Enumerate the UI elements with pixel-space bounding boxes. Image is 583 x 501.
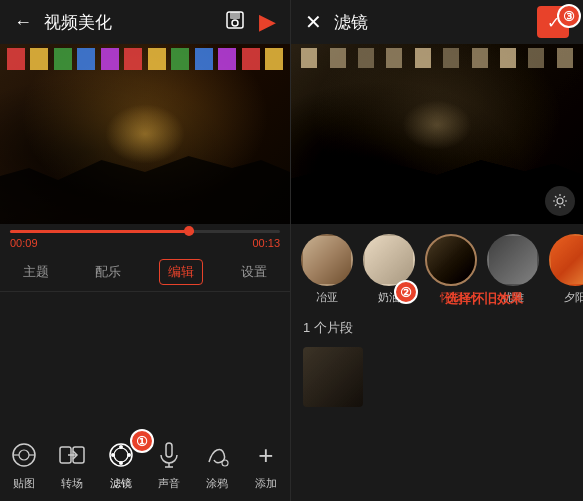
filter-youmo[interactable]: 优雅 [487,234,539,305]
tool-add[interactable]: + 添加 [248,437,284,491]
tool-filter-label: 滤镜 [110,476,132,491]
filter-zhiya-label: 冶亚 [316,290,338,305]
time-current: 00:09 [10,237,38,249]
svg-point-20 [557,198,563,204]
filter-settings-button[interactable] [545,186,575,216]
tool-sticker[interactable]: 贴图 [6,437,42,491]
filter-naiyo-label: 奶油 [378,290,400,305]
filter-xiyang[interactable]: 夕阳 [549,234,583,305]
filter-naiyo[interactable]: 奶油 [363,234,415,305]
tab-music[interactable]: 配乐 [87,259,129,285]
tool-filter[interactable]: 滤镜 [103,437,139,491]
svg-point-19 [222,460,228,466]
segment-thumb-item[interactable] [303,347,363,407]
right-header: ✕ 滤镜 ✓ [291,0,583,44]
svg-point-15 [127,453,131,457]
tool-audio-label: 声音 [158,476,180,491]
tool-transition[interactable]: 转场 [54,437,90,491]
svg-point-13 [119,461,123,465]
tool-doodle-label: 涂鸦 [206,476,228,491]
segment-thumbnails [291,341,583,413]
filter-huaijiu-label: 怀旧 [440,290,462,305]
timeline-bar[interactable]: 00:09 00:13 [0,224,290,253]
filter-huaijiu[interactable]: 怀旧 [425,234,477,305]
save-icon[interactable] [225,10,245,35]
filter-youmo-label: 优雅 [502,290,524,305]
play-button[interactable]: ▶ [259,9,276,35]
tool-sticker-label: 贴图 [13,476,35,491]
back-button[interactable]: ← [14,12,32,33]
bottom-toolbar: 贴图 转场 [0,427,290,501]
tool-doodle[interactable]: 涂鸦 [199,437,235,491]
header-icons: ▶ [225,9,276,35]
close-button[interactable]: ✕ [305,10,322,34]
left-title: 视频美化 [44,11,225,34]
video-preview [0,44,290,224]
svg-rect-1 [230,12,240,19]
tool-audio[interactable]: 声音 [151,437,187,491]
tool-add-label: 添加 [255,476,277,491]
svg-point-4 [19,450,29,460]
time-total: 00:13 [252,237,280,249]
confirm-button[interactable]: ✓ [537,6,569,38]
left-header: ← 视频美化 ▶ [0,0,290,44]
svg-point-12 [119,445,123,449]
svg-point-2 [232,20,238,26]
tab-edit[interactable]: 编辑 [159,259,203,285]
filter-thumbnails: 冶亚 奶油 怀旧 优雅 夕阳 [291,224,583,315]
tool-transition-label: 转场 [61,476,83,491]
svg-point-11 [114,448,128,462]
filter-zhiya[interactable]: 冶亚 [301,234,353,305]
svg-point-14 [111,453,115,457]
segments-info: 1 个片段 [291,315,583,341]
right-video-preview [291,44,583,224]
filter-xiyang-label: 夕阳 [564,290,583,305]
tabs-row: 主题 配乐 编辑 设置 [0,253,290,292]
confirm-icon: ✓ [547,13,560,32]
svg-rect-16 [166,443,172,457]
right-title: 滤镜 [334,11,537,34]
tab-theme[interactable]: 主题 [15,259,57,285]
tab-settings[interactable]: 设置 [233,259,275,285]
